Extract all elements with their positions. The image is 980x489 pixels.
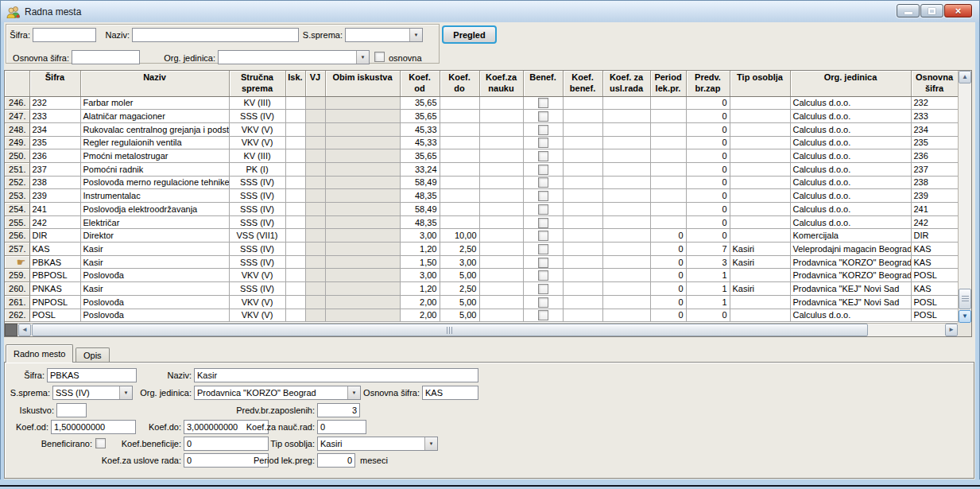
- cell-koef_usl[interactable]: [602, 96, 650, 110]
- cell-koef_benef[interactable]: [563, 149, 602, 163]
- cell-koef_benef[interactable]: [563, 203, 602, 216]
- cell-predv[interactable]: 3: [686, 255, 730, 269]
- filter-osnovna-sifra-input[interactable]: [72, 50, 140, 64]
- col-header-koef_usl[interactable]: Koef. za usl.rada: [602, 71, 650, 96]
- cell-tip[interactable]: [730, 189, 790, 203]
- cell-predv[interactable]: 0: [686, 122, 730, 136]
- cell-koef_usl[interactable]: [602, 189, 650, 203]
- cell-koef_benef[interactable]: [563, 96, 602, 110]
- filter-sifra-input[interactable]: [33, 28, 96, 42]
- cell-num[interactable]: 259.: [5, 269, 29, 282]
- cell-tip[interactable]: [730, 295, 790, 309]
- cell-sifra[interactable]: 233: [29, 110, 80, 123]
- cell-predv[interactable]: 0: [686, 229, 730, 243]
- cell-benef[interactable]: [523, 176, 563, 189]
- cell-sprema[interactable]: VKV (V): [229, 136, 285, 149]
- benef-checkbox[interactable]: [538, 231, 548, 241]
- cell-osn[interactable]: 236: [911, 149, 958, 163]
- cell-benef[interactable]: [523, 215, 563, 229]
- cell-koef_nauku[interactable]: [479, 122, 523, 136]
- cell-period[interactable]: [650, 162, 686, 176]
- cell-predv[interactable]: 0: [686, 189, 730, 203]
- cell-org[interactable]: Calculus d.o.o.: [790, 122, 911, 136]
- cell-num[interactable]: 249.: [5, 136, 29, 149]
- cell-isk[interactable]: [285, 203, 305, 216]
- cell-num[interactable]: 256.: [5, 229, 29, 243]
- cell-naziv[interactable]: Kasir: [80, 243, 229, 256]
- cell-koef_od[interactable]: 35,65: [400, 110, 440, 123]
- cell-predv[interactable]: 0: [686, 149, 730, 163]
- cell-org[interactable]: Calculus d.o.o.: [790, 162, 911, 176]
- cell-benef[interactable]: [523, 295, 563, 309]
- benef-checkbox[interactable]: [538, 284, 548, 294]
- cell-koef_usl[interactable]: [602, 309, 650, 322]
- benef-checkbox[interactable]: [538, 177, 548, 188]
- cell-koef_benef[interactable]: [563, 176, 602, 189]
- cell-sprema[interactable]: SSS (IV): [229, 255, 285, 269]
- cell-obim[interactable]: [325, 309, 400, 322]
- cell-koef_usl[interactable]: [602, 136, 650, 149]
- cell-naziv[interactable]: Kasir: [80, 255, 229, 269]
- cell-koef_od[interactable]: 1,20: [400, 243, 440, 256]
- benef-checkbox[interactable]: [538, 310, 548, 320]
- cell-sifra[interactable]: 238: [29, 176, 80, 189]
- cell-koef_usl[interactable]: [602, 215, 650, 229]
- cell-sifra[interactable]: 237: [29, 162, 80, 176]
- cell-koef_benef[interactable]: [563, 229, 602, 243]
- cell-isk[interactable]: [285, 122, 305, 136]
- cell-koef_do[interactable]: [440, 203, 479, 216]
- cell-sprema[interactable]: SSS (IV): [229, 282, 285, 296]
- cell-tip[interactable]: [730, 122, 790, 136]
- cell-osn[interactable]: 237: [911, 162, 958, 176]
- cell-koef_od[interactable]: 48,35: [400, 215, 440, 229]
- cell-koef_nauku[interactable]: [479, 309, 523, 322]
- cell-sifra[interactable]: KAS: [29, 243, 80, 256]
- cell-sifra[interactable]: PNKAS: [29, 282, 80, 296]
- col-header-koef_od[interactable]: Koef. od: [400, 71, 440, 96]
- col-header-sifra[interactable]: Šifra: [29, 71, 80, 96]
- cell-obim[interactable]: [325, 122, 400, 136]
- col-header-benef[interactable]: Benef.: [523, 71, 563, 96]
- cell-koef_benef[interactable]: [563, 269, 602, 282]
- col-header-isk[interactable]: Isk.: [285, 71, 305, 96]
- cell-isk[interactable]: [285, 243, 305, 256]
- cell-obim[interactable]: [325, 255, 400, 269]
- vertical-scroll-thumb[interactable]: [959, 289, 971, 309]
- cell-koef_do[interactable]: [440, 96, 479, 110]
- cell-tip[interactable]: [730, 136, 790, 149]
- benef-checkbox[interactable]: [538, 270, 548, 281]
- cell-vj[interactable]: [305, 203, 325, 216]
- cell-koef_benef[interactable]: [563, 309, 602, 322]
- cell-sifra[interactable]: PBPOSL: [29, 269, 80, 282]
- cell-vj[interactable]: [305, 255, 325, 269]
- cell-org[interactable]: Prodavnica "KORZO" Beograd: [790, 255, 911, 269]
- cell-period[interactable]: 0: [650, 255, 686, 269]
- cell-benef[interactable]: [523, 96, 563, 110]
- cell-koef_nauku[interactable]: [479, 149, 523, 163]
- cell-vj[interactable]: [305, 176, 325, 189]
- cell-naziv[interactable]: Instrumentalac: [80, 189, 229, 203]
- col-header-obim[interactable]: Obim iskustva: [325, 71, 400, 96]
- cell-benef[interactable]: [523, 255, 563, 269]
- cell-predv[interactable]: 0: [686, 215, 730, 229]
- cell-koef_do[interactable]: [440, 136, 479, 149]
- detail-tip-combo[interactable]: Kasiri ▼: [317, 437, 438, 451]
- cell-koef_benef[interactable]: [563, 189, 602, 203]
- detail-org-combo[interactable]: Prodavnica "KORZO" Beograd ▼: [194, 386, 361, 400]
- cell-obim[interactable]: [325, 215, 400, 229]
- cell-koef_do[interactable]: [440, 189, 479, 203]
- cell-period[interactable]: [650, 149, 686, 163]
- cell-vj[interactable]: [305, 96, 325, 110]
- cell-vj[interactable]: [305, 136, 325, 149]
- cell-koef_od[interactable]: 2,00: [400, 295, 440, 309]
- cell-sifra[interactable]: 234: [29, 122, 80, 136]
- cell-osn[interactable]: 239: [911, 189, 958, 203]
- detail-beneficirano-checkbox[interactable]: [95, 438, 106, 448]
- detail-iskustvo-input[interactable]: [56, 403, 87, 417]
- cell-koef_do[interactable]: 10,00: [440, 229, 479, 243]
- cell-koef_usl[interactable]: [602, 176, 650, 189]
- cell-naziv[interactable]: Direktor: [80, 229, 229, 243]
- cell-benef[interactable]: [523, 149, 563, 163]
- filter-sprema-combo[interactable]: ▼: [345, 28, 423, 42]
- cell-sprema[interactable]: SSS (IV): [229, 189, 285, 203]
